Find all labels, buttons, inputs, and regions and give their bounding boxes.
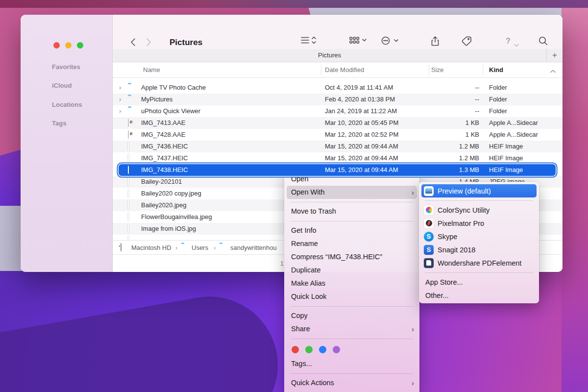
- forward-button[interactable]: [146, 38, 151, 49]
- photo-thumbnail-icon: [128, 178, 129, 185]
- menu-item-duplicate[interactable]: Duplicate: [284, 264, 419, 277]
- disclosure-chevron-icon[interactable]: ›: [119, 107, 121, 115]
- submenu-item-colorsync-label: ColorSync Utility: [438, 206, 490, 214]
- column-header-kind[interactable]: Kind: [489, 66, 503, 74]
- file-size: 1.2 MB: [402, 154, 479, 162]
- help-chevron-down-icon: [514, 40, 519, 49]
- submenu-item-snagit-label: Snagit 2018: [438, 246, 475, 254]
- back-button[interactable]: [130, 38, 136, 49]
- file-size: --: [402, 84, 479, 91]
- new-tab-button[interactable]: +: [546, 49, 563, 62]
- tag-green[interactable]: [305, 346, 313, 353]
- column-divider[interactable]: [321, 65, 321, 75]
- search-button[interactable]: [539, 36, 548, 48]
- tab-bar: Pictures +: [113, 49, 563, 62]
- menu-item-quick-look[interactable]: Quick Look: [284, 290, 419, 303]
- menu-item-quick-actions[interactable]: Quick Actions ›: [284, 376, 419, 390]
- tag-blue[interactable]: [319, 346, 326, 353]
- submenu-chevron-icon: ›: [412, 186, 414, 199]
- column-divider[interactable]: [483, 65, 483, 75]
- submenu-item-colorsync[interactable]: ColorSync Utility: [419, 203, 539, 217]
- pdfelement-app-icon: [424, 258, 434, 268]
- tag-purple[interactable]: [333, 346, 340, 353]
- file-name: Apple TV Photo Cache: [141, 84, 206, 91]
- menu-item-rename[interactable]: Rename: [284, 237, 419, 250]
- file-kind: Apple A...Sidecar: [489, 119, 538, 126]
- submenu-item-pixelmator[interactable]: Pixelmator Pro: [419, 217, 539, 230]
- file-kind: HEIF Image: [489, 166, 523, 173]
- share-button[interactable]: [431, 36, 440, 48]
- add-tags-button[interactable]: [462, 36, 472, 48]
- menu-item-compress[interactable]: Compress “IMG_7438.HEIC”: [284, 250, 419, 264]
- column-header-size[interactable]: Size: [431, 66, 443, 74]
- preview-app-icon: [424, 186, 434, 196]
- file-row[interactable]: › MyPictures Feb 4, 2020 at 01:38 PM -- …: [113, 94, 563, 105]
- menu-item-get-info[interactable]: Get Info: [284, 224, 419, 237]
- column-header-date[interactable]: Date Modified: [325, 66, 364, 74]
- help-toolbar-item[interactable]: ?: [506, 37, 511, 46]
- disclosure-chevron-icon[interactable]: ›: [119, 84, 121, 91]
- wallpaper-right-gradient: [562, 7, 588, 392]
- window-title: Pictures: [170, 38, 202, 48]
- submenu-item-skype[interactable]: S Skype: [419, 230, 539, 243]
- photo-thumbnail-icon: [128, 225, 129, 232]
- file-kind: Apple A...Sidecar: [489, 131, 538, 138]
- column-divider[interactable]: [429, 65, 429, 75]
- file-row[interactable]: IMG_7413.AAE Mar 10, 2020 at 05:45 PM 1 …: [113, 117, 563, 129]
- file-size: --: [402, 107, 479, 115]
- action-button[interactable]: [381, 36, 399, 47]
- menu-divider: [290, 202, 414, 202]
- file-kind: Folder: [489, 96, 507, 103]
- sidebar-section-favorites[interactable]: Favorites: [52, 63, 80, 71]
- file-row[interactable]: › Apple TV Photo Cache Oct 4, 2019 at 11…: [113, 82, 563, 94]
- file-name: Image from iOS.jpg: [141, 225, 196, 232]
- column-header-name[interactable]: Name: [143, 66, 160, 74]
- group-button[interactable]: [349, 36, 367, 46]
- file-size: 1 KB: [402, 131, 479, 138]
- file-date: Mar 12, 2020 at 02:52 PM: [325, 131, 398, 138]
- submenu-item-pdfelement[interactable]: Wondershare PDFelement: [419, 256, 539, 270]
- submenu-item-other[interactable]: Other...: [419, 289, 539, 302]
- submenu-item-app-store[interactable]: App Store...: [419, 275, 539, 289]
- file-row[interactable]: IMG_7437.HEIC Mar 15, 2020 at 09:44 AM 1…: [113, 152, 563, 164]
- sidebar-section-icloud[interactable]: iCloud: [52, 82, 72, 89]
- file-row[interactable]: › uPhoto Quick Viewer Jan 24, 2019 at 11…: [113, 105, 563, 117]
- tag-red[interactable]: [292, 346, 299, 353]
- path-item-users[interactable]: Users: [192, 244, 208, 251]
- zoom-button[interactable]: [77, 42, 83, 49]
- photo-thumbnail-icon: [128, 190, 129, 197]
- tab-pictures[interactable]: Pictures: [113, 49, 546, 62]
- menu-item-copy[interactable]: Copy: [284, 309, 419, 322]
- file-date: Mar 10, 2020 at 05:45 PM: [325, 119, 398, 126]
- file-row-selected[interactable]: IMG_7438.HEIC Mar 15, 2020 at 09:44 AM 1…: [113, 164, 563, 176]
- file-date: Mar 15, 2020 at 09:44 AM: [325, 166, 398, 173]
- sort-ascending-icon[interactable]: [550, 67, 556, 74]
- path-item-user-home[interactable]: sandywrittenhou: [230, 244, 277, 251]
- menu-item-make-alias[interactable]: Make Alias: [284, 277, 419, 290]
- menu-divider: [290, 221, 414, 221]
- submenu-item-snagit[interactable]: S Snagit 2018: [419, 243, 539, 256]
- submenu-item-app-store-label: App Store...: [425, 278, 463, 286]
- photo-thumbnail-icon: [128, 237, 129, 240]
- pixelmator-app-icon: [424, 219, 434, 228]
- file-name: IMG_7413.AAE: [141, 119, 185, 126]
- disclosure-chevron-icon[interactable]: ›: [119, 96, 121, 103]
- sidebar-section-tags[interactable]: Tags: [52, 120, 66, 127]
- menu-item-move-to-trash[interactable]: Move to Trash: [284, 205, 419, 218]
- path-item-macintosh-hd[interactable]: Macintosh HD: [131, 244, 172, 251]
- view-button[interactable]: [301, 36, 317, 46]
- file-row[interactable]: IMG_7428.AAE Mar 12, 2020 at 02:52 PM 1 …: [113, 129, 563, 141]
- file-name: FlowerBougainvillea.jpeg: [141, 213, 212, 220]
- submenu-item-preview[interactable]: Preview (default): [421, 184, 537, 197]
- path-separator-icon: ›: [175, 244, 177, 251]
- menu-item-open-with[interactable]: Open With ›: [287, 186, 417, 199]
- minimize-button[interactable]: [65, 42, 72, 49]
- close-button[interactable]: [53, 42, 60, 49]
- sidebar-section-locations[interactable]: Locations: [52, 101, 82, 108]
- photo-thumbnail-icon: [128, 166, 129, 173]
- desktop: Favorites iCloud Locations Tags Back/For…: [0, 0, 588, 392]
- menu-item-share-label: Share: [291, 325, 310, 333]
- menu-item-tags[interactable]: Tags...: [284, 357, 419, 370]
- menu-item-share[interactable]: Share ›: [284, 322, 419, 336]
- file-row[interactable]: IMG_7436.HEIC Mar 15, 2020 at 09:44 AM 1…: [113, 141, 563, 152]
